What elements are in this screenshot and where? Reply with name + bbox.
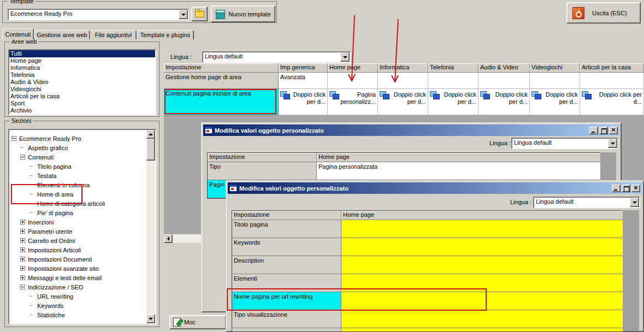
tree-item-contenuti[interactable]: Contenuti	[10, 152, 146, 162]
tree-item-messaggi-e-testi-delle-email[interactable]: Messaggi e testi delle email	[10, 273, 146, 282]
row-value-field[interactable]	[341, 274, 623, 292]
tree-item-aspetto-grafico[interactable]: Aspetto grafico	[10, 143, 146, 152]
tree-item-testata[interactable]: Testata	[10, 171, 146, 180]
tree-item-pie-di-pagina[interactable]: Pie' di pagina	[10, 208, 146, 217]
row-label[interactable]: Elementi	[232, 274, 341, 292]
tree-item-titolo-pagina[interactable]: Titolo pagina	[10, 162, 146, 171]
exit-button[interactable]: Uscita (ESC)	[566, 2, 641, 23]
expand-icon[interactable]	[20, 257, 25, 262]
row-value-field[interactable]	[341, 292, 623, 310]
scroll-left-icon[interactable]	[164, 234, 173, 243]
row-label[interactable]: Tipo visualizzazione	[232, 310, 341, 328]
row-label-highlighted[interactable]: Contenuti pagina iniziale di area	[164, 89, 279, 115]
cell-empty[interactable]	[328, 73, 378, 89]
open-template-folder-button[interactable]	[191, 7, 208, 21]
list-item-tutti[interactable]: Tutti	[9, 50, 155, 57]
tree-scrollbar[interactable]	[146, 130, 155, 323]
list-item-archivio[interactable]: Archivio	[9, 107, 155, 114]
expand-icon[interactable]	[20, 275, 25, 280]
chevron-down-icon[interactable]	[608, 139, 617, 148]
list-item-articoli-per-la-casa[interactable]: Articoli per la casa	[9, 93, 155, 100]
tab-contenuti[interactable]: Contenuti	[2, 28, 34, 40]
close-icon[interactable]	[609, 127, 618, 134]
list-item-videogiochi[interactable]: Videogiochi	[9, 86, 155, 93]
tree-item-indicizzazione-seo[interactable]: Indicizzazione / SEO	[10, 282, 146, 292]
list-item-audio-video[interactable]: Audio & Video	[9, 79, 155, 86]
tree-item-carrello-ed-ordini[interactable]: Carrello ed Ordini	[10, 236, 146, 245]
cell-imp-generica[interactable]: Avanzata	[279, 73, 328, 89]
maximize-icon[interactable]	[599, 127, 608, 134]
expand-icon[interactable]	[20, 266, 25, 271]
tab-gestione-aree-web[interactable]: Gestione aree web	[34, 30, 90, 40]
chevron-down-icon[interactable]	[179, 10, 188, 19]
minimize-icon[interactable]	[589, 127, 598, 134]
list-item-telefonia[interactable]: Telefonia	[9, 72, 155, 79]
tree-item-url-rewriting[interactable]: URL rewriting	[10, 292, 146, 301]
cell-empty[interactable]	[378, 73, 428, 89]
row-label[interactable]	[232, 328, 341, 332]
template-select[interactable]: Ecommerce Ready Pro	[8, 9, 189, 20]
cell-empty[interactable]	[530, 73, 580, 89]
close-icon[interactable]	[631, 185, 640, 192]
row-value-field[interactable]	[341, 256, 623, 274]
list-item-informatica[interactable]: Informatica	[9, 64, 155, 72]
cell-doppio-click[interactable]: Doppio click per d...	[279, 89, 328, 115]
collapse-icon[interactable]	[20, 284, 25, 289]
row-value[interactable]: Pagina personalizzata	[317, 162, 601, 180]
row-value-field[interactable]	[341, 220, 623, 238]
cell-doppio-click[interactable]: Doppio click per d...	[428, 89, 478, 115]
grid-horizontal-scrollbar[interactable]	[164, 234, 202, 243]
row-label[interactable]: Keywords	[232, 238, 341, 256]
lingua-select[interactable]: Lingua default	[202, 51, 351, 63]
tree-item-ecommerce-ready-pro[interactable]: Ecommerce Ready Pro	[10, 134, 146, 143]
tree-item-impostazioni-articoli[interactable]: Impostazioni Articoli	[10, 245, 146, 254]
row-value-field[interactable]	[341, 238, 623, 256]
lingua-select[interactable]: Lingua default	[511, 138, 618, 149]
expand-icon[interactable]	[20, 220, 25, 224]
chevron-down-icon[interactable]	[630, 198, 639, 207]
new-template-button[interactable]: Nuovo template	[211, 5, 275, 22]
cell-doppio-click[interactable]: Doppio click per d...	[378, 89, 428, 115]
expand-icon[interactable]	[20, 247, 25, 252]
cell-empty[interactable]	[478, 73, 530, 89]
minimize-icon[interactable]	[612, 185, 621, 192]
cell-empty[interactable]	[428, 73, 478, 89]
expand-icon[interactable]	[20, 229, 25, 234]
tree-item-impostazioni-documenti[interactable]: Impostazioni Documenti	[10, 254, 146, 264]
cell-doppio-click[interactable]: Doppio click per d...	[530, 89, 580, 115]
tree-item-home-di-area[interactable]: Home di area	[10, 189, 146, 199]
tree-item-elementi-in-colonna[interactable]: Elementi in colonna	[10, 180, 146, 189]
chevron-down-icon[interactable]	[340, 52, 350, 62]
expand-icon[interactable]	[20, 238, 25, 243]
tree-item-keywords[interactable]: Keywords	[10, 301, 146, 310]
modifica-button[interactable]: Moc	[169, 315, 226, 329]
row-label[interactable]: Tipo	[208, 162, 317, 180]
cell-pagina-personalizzata[interactable]: Pagina personalizz...	[328, 89, 378, 115]
tree-item-inserzioni[interactable]: Inserzioni	[10, 217, 146, 227]
row-value-field[interactable]	[341, 328, 623, 332]
row-label-highlighted[interactable]: Nome pagina per url rewriting	[232, 292, 341, 310]
tree-item-parametri-utente[interactable]: Parametri utente	[10, 227, 146, 236]
row-label[interactable]: Gestione home page di area	[164, 73, 279, 89]
dialog-titlebar[interactable]: Modifica valori oggetto personalizzato	[203, 124, 619, 136]
dialog-titlebar[interactable]: Modifica valori oggetto personalizzato	[228, 182, 642, 194]
cell-doppio-click[interactable]: Doppio click per d...	[478, 89, 530, 115]
tab-file-aggiuntivi[interactable]: File aggiuntivi	[90, 30, 137, 40]
scroll-up-icon[interactable]	[146, 130, 155, 139]
collapse-icon[interactable]	[11, 136, 16, 141]
scrollbar-thumb[interactable]	[146, 139, 155, 161]
maximize-icon[interactable]	[622, 185, 630, 192]
cell-empty[interactable]	[580, 73, 644, 89]
row-value-field[interactable]	[341, 310, 623, 328]
row-label[interactable]: Description	[232, 256, 341, 274]
collapse-icon[interactable]	[20, 155, 25, 159]
tree-item-home-di-categoria-articoli[interactable]: Home di categoria articoli	[10, 199, 146, 208]
tab-template-e-plugins[interactable]: Template e plugins	[137, 30, 194, 40]
lingua-select[interactable]: Lingua default	[533, 197, 640, 208]
cell-doppio-click[interactable]: Doppio click per d...	[580, 89, 644, 115]
tree-item-statistiche[interactable]: Statistiche	[10, 310, 146, 319]
row-label[interactable]: Titolo pagina	[232, 220, 341, 238]
list-item-home-page[interactable]: Home page	[9, 57, 155, 64]
list-item-sport[interactable]: Sport	[9, 100, 155, 107]
tree-item-impostazioni-avanzate-sito[interactable]: Impostazioni avanzate sito	[10, 264, 146, 273]
